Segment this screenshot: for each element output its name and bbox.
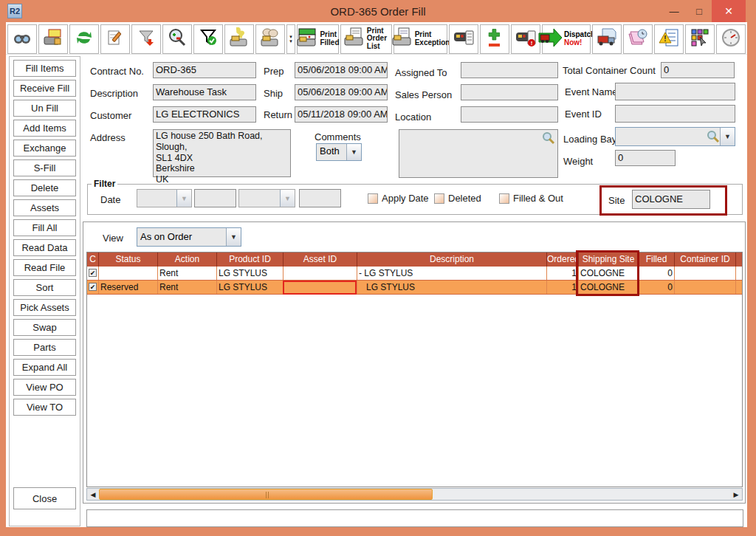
minimize-button[interactable]: —: [662, 0, 687, 22]
close-window-button[interactable]: ✕: [712, 0, 746, 22]
event-name-field[interactable]: [615, 83, 735, 100]
loading-bay-dropdown[interactable]: ▼: [615, 127, 735, 146]
print-order-list-button[interactable]: Print Order List: [340, 24, 392, 54]
find-button[interactable]: [7, 24, 37, 54]
column-header-ordered[interactable]: Ordered: [547, 252, 579, 267]
filter-date-operator-dropdown[interactable]: ▼: [137, 189, 192, 207]
weight-field[interactable]: 0: [615, 150, 676, 166]
add-remove-button[interactable]: [480, 24, 509, 54]
sidebar-button-un-fill[interactable]: Un Fill: [13, 100, 76, 117]
scroll-track[interactable]: [99, 489, 730, 500]
row-check-cell[interactable]: ✔: [87, 281, 99, 294]
color-status-button[interactable]: [685, 24, 715, 54]
scroll-right-arrow[interactable]: ▶: [730, 489, 742, 500]
column-header-action[interactable]: Action: [158, 252, 217, 267]
scroll-thumb[interactable]: [99, 489, 433, 500]
column-header-shipping-site[interactable]: Shipping Site: [579, 252, 639, 267]
barcode-scanner-icon: [453, 28, 475, 50]
sidebar-button-add-items[interactable]: Add Items: [13, 120, 76, 137]
table-row[interactable]: ✔ Rent LG STYLUS - LG STYLUS 1 COLOGNE 0: [87, 267, 742, 281]
sidebar-button-swap[interactable]: Swap: [13, 319, 76, 336]
sidebar-button-view-to[interactable]: View TO: [13, 399, 76, 416]
print-copies-button[interactable]: [255, 24, 285, 54]
sidebar: Fill Items Receive Fill Un Fill Add Item…: [9, 56, 80, 526]
pick-order-button[interactable]: [38, 24, 68, 54]
refresh-button[interactable]: [69, 24, 99, 54]
event-id-field[interactable]: [615, 105, 735, 123]
deleted-checkbox[interactable]: Deleted: [434, 193, 481, 204]
schedule-notes-button[interactable]: [623, 24, 653, 54]
apply-filter-button[interactable]: [193, 24, 223, 54]
close-button[interactable]: Close: [13, 487, 76, 509]
customer-field[interactable]: LG ELECTRONICS: [153, 106, 256, 123]
comments-field[interactable]: [399, 129, 558, 178]
sidebar-button-assets[interactable]: Assets: [13, 199, 76, 216]
comments-mode-dropdown[interactable]: Both ▼: [316, 143, 362, 161]
total-container-count-field[interactable]: 0: [661, 62, 735, 78]
return-date-field[interactable]: 05/11/2018 09:00 AM: [295, 106, 388, 123]
scroll-left-arrow[interactable]: ◀: [87, 489, 99, 500]
print-options-dropdown[interactable]: ▼▼: [286, 24, 295, 54]
filled-out-checkbox[interactable]: Filled & Out: [499, 193, 563, 204]
column-header-container-id[interactable]: Container ID: [675, 252, 736, 267]
address-field[interactable]: LG house 250 Bath Road, Slough, SL1 4DX …: [153, 129, 291, 177]
view-dropdown[interactable]: As on Order ▼: [137, 227, 241, 247]
column-header-product-id[interactable]: Product ID: [217, 252, 284, 267]
comments-search-icon[interactable]: [542, 131, 555, 145]
print-report-button[interactable]: [224, 24, 254, 54]
apply-date-checkbox[interactable]: Apply Date: [368, 193, 429, 204]
sidebar-button-read-file[interactable]: Read File: [13, 259, 76, 276]
sidebar-button-read-data[interactable]: Read Data: [13, 239, 76, 256]
sidebar-button-parts[interactable]: Parts: [13, 339, 76, 356]
column-header-status[interactable]: Status: [99, 252, 158, 267]
horizontal-scrollbar[interactable]: ◀ ▶: [86, 488, 743, 501]
sidebar-button-receive-fill[interactable]: Receive Fill: [13, 80, 76, 97]
filter-date-operator2-dropdown[interactable]: ▼: [238, 189, 295, 207]
description-field[interactable]: Warehouse Task: [153, 84, 256, 100]
product-id-cell: LG STYLUS: [217, 281, 284, 294]
column-header-asset-id[interactable]: Asset ID: [284, 252, 357, 267]
maximize-button[interactable]: □: [687, 0, 712, 22]
edit-notes-button[interactable]: [100, 24, 130, 54]
clear-filter-button[interactable]: [131, 24, 161, 54]
ship-truck-button[interactable]: [592, 24, 622, 54]
site-field[interactable]: COLOGNE: [632, 190, 710, 209]
loading-bay-search-icon[interactable]: [707, 130, 720, 143]
location-field[interactable]: [461, 106, 558, 123]
print-filled-button[interactable]: Print Filled: [297, 24, 339, 54]
dispatch-now-button[interactable]: DispatchNow!: [542, 24, 591, 54]
column-header-c[interactable]: C: [87, 252, 99, 267]
assigned-to-field[interactable]: [461, 62, 558, 78]
shipping-site-cell: COLOGNE: [579, 281, 639, 294]
checkbox-checked-icon: ✔: [89, 269, 97, 277]
zoom-button[interactable]: [162, 24, 192, 54]
column-header-description[interactable]: Description: [357, 252, 547, 267]
sidebar-button-exchange[interactable]: Exchange: [13, 140, 76, 157]
weight-label: Weight: [563, 156, 593, 167]
gauge-clock-icon: [721, 28, 740, 50]
ship-date-field[interactable]: 05/06/2018 09:00 AM: [295, 84, 388, 100]
scan-button[interactable]: [449, 24, 478, 54]
filter-date-to-field[interactable]: [299, 189, 341, 207]
scan-alert-button[interactable]: !: [511, 24, 540, 54]
sidebar-button-delete[interactable]: Delete: [13, 179, 76, 196]
time-clock-button[interactable]: [716, 24, 746, 54]
sidebar-button-sort[interactable]: Sort: [13, 279, 76, 296]
contract-no-field[interactable]: ORD-365: [153, 62, 256, 78]
sidebar-button-expand-all[interactable]: Expand All: [13, 359, 76, 376]
sidebar-button-view-po[interactable]: View PO: [13, 379, 76, 396]
print-exception-button[interactable]: Print Exception: [394, 24, 447, 54]
sidebar-button-pick-assets[interactable]: Pick Assets: [13, 299, 76, 316]
sidebar-button-s-fill[interactable]: S-Fill: [13, 159, 76, 176]
sidebar-button-fill-items[interactable]: Fill Items: [13, 60, 76, 77]
assigned-to-label: Assigned To: [395, 67, 447, 78]
filter-date-from-field[interactable]: [194, 189, 236, 207]
table-row-selected[interactable]: ✔ Reserved Rent LG STYLUS LG STYLUS 1 CO…: [87, 281, 742, 295]
sidebar-button-fill-all[interactable]: Fill All: [13, 219, 76, 236]
total-container-count-label: Total Container Count: [563, 65, 656, 76]
column-header-filled[interactable]: Filled: [639, 252, 675, 267]
exception-log-button[interactable]: !: [654, 24, 684, 54]
sales-person-field[interactable]: [461, 84, 558, 100]
prep-date-field[interactable]: 05/06/2018 09:00 AM: [295, 62, 388, 78]
row-check-cell[interactable]: ✔: [87, 267, 99, 280]
